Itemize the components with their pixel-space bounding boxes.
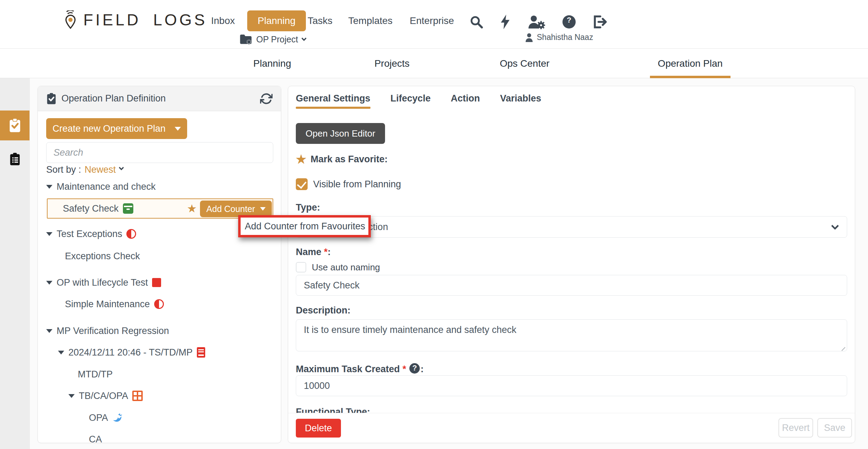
project-selector[interactable]: OP Project [240,34,306,44]
project-label: OP Project [256,34,298,44]
add-counter-button[interactable]: Add Counter [200,201,272,217]
logout-icon[interactable] [593,15,608,29]
red-square-icon [152,278,161,287]
sidebar-item-operation-plan[interactable] [0,111,30,140]
nav-tasks[interactable]: Tasks [308,10,333,31]
menu-item-add-counter-from-favourites[interactable]: Add Counter from Favourites [241,218,368,235]
sort-label: Sort by : [46,164,81,175]
description-textarea[interactable]: It is to ensure timely maintenance and s… [296,319,847,351]
tree-group-test-exceptions[interactable]: Test Exceptions [46,227,136,241]
fieldlogs-pin-icon [62,10,78,29]
search-icon[interactable] [469,15,483,29]
tree-group-ts-td-mp[interactable]: 2024/12/11 20:46 - TS/TD/MP [58,345,205,359]
tree-group-op-with-lifecycle-test[interactable]: OP with Lifecycle Test [46,276,161,289]
name-input[interactable] [296,275,847,296]
use-auto-naming-checkbox[interactable] [296,262,306,272]
tree-group-tb-ca-opa[interactable]: TB/CA/OPA [68,389,143,403]
tab-action[interactable]: Action [451,93,480,109]
tree-item-label: CA [89,434,102,443]
person-icon [525,33,533,42]
tree-item-exceptions-check[interactable]: Exceptions Check [65,249,140,263]
top-header: FIELD LOGS Inbox Planning Tasks Template… [0,0,868,49]
nav-planning[interactable]: Planning [247,10,306,31]
add-counter-dropdown-annotation: Add Counter from Favourites [238,215,371,237]
create-button-label: Create new Operation Plan [52,123,166,134]
maximum-task-created-input[interactable] [296,375,847,396]
active-tab-underline [650,76,731,78]
app-root: FIELD LOGS Inbox Planning Tasks Template… [0,0,868,449]
clipboard-check-icon [46,93,57,105]
subnav-operation-plan[interactable]: Operation Plan [658,49,723,78]
caret-down-icon [46,329,52,333]
mark-as-favorite-row: ★ Mark as Favorite: [296,152,388,167]
user-name: Shahistha Naaz [537,33,593,42]
maximum-task-created-label: Maximum Task Created * : [296,362,424,375]
use-auto-naming-label: Use auto naming [312,262,380,273]
sidebar-item-task-list[interactable] [0,147,30,171]
caret-down-icon [175,127,181,131]
refresh-icon[interactable] [260,92,273,105]
tree-group-label: TB/CA/OPA [79,391,128,401]
subnav-planning[interactable]: Planning [253,49,291,78]
tab-general-settings[interactable]: General Settings [296,93,370,109]
mini-sidebar [0,78,30,449]
tree-item-label: Simple Maintenance [65,299,150,310]
save-button[interactable]: Save [817,418,852,438]
nav-templates[interactable]: Templates [348,10,393,31]
name-label: Name *: [296,247,331,258]
subnav-ops-center[interactable]: Ops Center [500,49,549,78]
revert-button[interactable]: Revert [778,418,813,438]
delete-button[interactable]: Delete [296,419,341,438]
tree-item-mtd-tp[interactable]: MTD/TP [78,367,113,381]
type-select[interactable]: Lifecycle and Action [296,216,847,238]
sort-value: Newest [85,164,116,175]
tree-item-label: Safety Check [63,203,119,214]
tree-item-simple-maintenance[interactable]: Simple Maintenance [65,297,164,311]
subnav-projects[interactable]: Projects [374,49,409,78]
add-counter-label: Add Counter [206,204,255,214]
chevron-down-icon [301,35,307,41]
caret-down-icon [58,351,64,354]
caret-down-icon [46,281,52,285]
lightning-icon[interactable] [500,15,511,29]
caret-down-icon [46,185,52,189]
tree-item-opa[interactable]: OPA [89,411,123,425]
tree-item-label: Exceptions Check [65,251,140,262]
tree-group-label: Test Exceptions [57,229,122,239]
nav-inbox[interactable]: Inbox [211,10,235,31]
tab-variables[interactable]: Variables [500,93,541,109]
caret-down-icon [260,207,266,211]
user-admin-icon[interactable] [528,15,545,29]
favorite-star-icon[interactable]: ★ [187,203,197,214]
star-icon[interactable]: ★ [296,153,306,165]
red-book-icon [197,347,205,358]
nav-enterprise[interactable]: Enterprise [410,10,454,31]
help-icon[interactable] [562,15,576,28]
app-logo[interactable]: FIELD LOGS [62,10,207,29]
chevron-down-icon [118,165,124,170]
tree-group-mp-verification-regression[interactable]: MP Verification Regression [46,324,169,338]
use-auto-naming-row: Use auto naming [296,261,380,273]
tree-item-ca[interactable]: CA [89,432,102,443]
required-asterisk: * [402,364,406,374]
tree-group-maintenance-and-check[interactable]: Maintenance and check [46,180,156,194]
type-label: Type: [296,202,320,213]
required-asterisk: * [324,247,328,257]
red-half-circle-icon [126,229,136,239]
open-json-editor-button[interactable]: Open Json Editor [296,123,385,144]
caret-down-icon [46,232,52,236]
search-input[interactable] [46,142,273,163]
secondary-nav: Planning Projects Ops Center Operation P… [0,49,868,78]
operation-plan-definition-panel: Operation Plan Definition Create new Ope… [37,86,281,443]
panel-title: Operation Plan Definition [61,93,166,104]
user-menu[interactable]: Shahistha Naaz [525,33,593,42]
sort-control[interactable]: Sort by : Newest [46,163,123,176]
clipboard-list-icon [9,153,21,166]
tab-lifecycle[interactable]: Lifecycle [391,93,431,109]
caret-down-icon [68,394,75,398]
visible-from-planning-label: Visible from Planning [313,179,401,190]
visible-from-planning-checkbox[interactable] [296,178,308,190]
create-operation-plan-button[interactable]: Create new Operation Plan [46,118,187,139]
help-circle-icon[interactable] [409,363,420,374]
tree-item-label: OPA [89,413,108,423]
